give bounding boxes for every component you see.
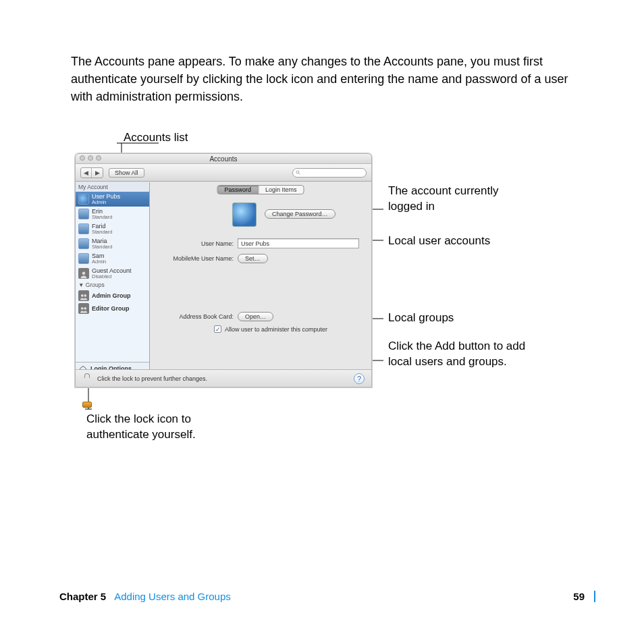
addressbook-open-button[interactable]: Open… <box>238 312 273 321</box>
svg-point-3 <box>81 294 84 296</box>
lock-bar: Click the lock to prevent further change… <box>76 369 371 387</box>
search-input[interactable] <box>292 168 367 178</box>
username-label: User Name: <box>165 240 238 247</box>
change-password-button[interactable]: Change Password… <box>265 209 336 219</box>
lock-text: Click the lock to prevent further change… <box>97 375 207 382</box>
tab-password[interactable]: Password <box>217 186 259 194</box>
intro-paragraph: The Accounts pane appears. To make any c… <box>71 53 584 105</box>
window-titlebar: Accounts <box>76 154 371 164</box>
sidebar-current-user[interactable]: User Pubs Admin <box>76 192 149 207</box>
callout-add-button: Click the Add button to add local users … <box>388 339 543 370</box>
callout-local-users: Local user accounts <box>388 234 490 249</box>
mobileme-set-button[interactable]: Set… <box>238 254 268 263</box>
show-all-button[interactable]: Show All <box>109 168 144 178</box>
accounts-sidebar: My Account User Pubs Admin ErinStandard … <box>76 182 150 387</box>
callout-accounts-list: Accounts list <box>124 130 188 146</box>
username-field[interactable]: User Pubs <box>238 238 359 248</box>
addressbook-label: Address Book Card: <box>165 313 238 320</box>
user-role: Standard <box>92 244 112 250</box>
group-name: Admin Group <box>92 292 131 299</box>
user-role: Standard <box>92 215 112 220</box>
help-button[interactable]: ? <box>354 373 365 384</box>
my-account-label: My Account <box>76 182 149 192</box>
accounts-window: Accounts ◀ ▶ Show All My Account User Pu… <box>75 153 372 387</box>
avatar-icon <box>78 209 89 219</box>
svg-point-5 <box>81 306 84 309</box>
svg-point-0 <box>296 171 299 173</box>
mobileme-label: MobileMe User Name: <box>165 255 238 262</box>
search-icon <box>296 170 301 176</box>
admin-checkbox[interactable] <box>214 325 221 333</box>
user-role: Standard <box>92 230 112 235</box>
svg-point-2 <box>82 272 86 275</box>
sidebar-guest[interactable]: Guest AccountDisabled <box>76 266 149 281</box>
account-detail-panel: Password Login Items Change Password… Us… <box>150 182 371 387</box>
sidebar-group[interactable]: Editor Group <box>76 302 149 315</box>
callout-lock: Click the lock icon to authenticate your… <box>86 412 221 443</box>
avatar-icon <box>78 223 89 234</box>
lock-icon[interactable] <box>82 373 92 383</box>
avatar-icon <box>78 194 89 205</box>
avatar-icon <box>78 238 89 249</box>
silhouette-icon <box>78 268 89 279</box>
chapter-label: Chapter 5 <box>59 591 106 602</box>
tab-login-items[interactable]: Login Items <box>259 186 304 194</box>
groups-label: Groups <box>86 281 105 288</box>
user-picture[interactable] <box>232 203 257 227</box>
window-toolbar: ◀ ▶ Show All <box>76 164 371 182</box>
page-footer: Chapter 5 Adding Users and Groups 59 <box>59 591 595 602</box>
sidebar-user[interactable]: SamAdmin <box>76 251 149 266</box>
admin-checkbox-label: Allow user to administer this computer <box>225 326 327 333</box>
current-user-role: Admin <box>92 200 120 205</box>
traffic-lights[interactable] <box>80 155 101 161</box>
back-forward-buttons[interactable]: ◀ ▶ <box>80 167 103 178</box>
svg-line-1 <box>299 173 300 174</box>
groups-disclosure[interactable]: ▼ Groups <box>76 281 149 289</box>
avatar-icon <box>78 253 89 264</box>
tab-segment[interactable]: Password Login Items <box>217 185 304 194</box>
window-title: Accounts <box>76 154 371 164</box>
back-icon[interactable]: ◀ <box>81 168 92 178</box>
callout-logged-in: The account currently logged in <box>388 184 516 215</box>
sidebar-group[interactable]: Admin Group <box>76 289 149 302</box>
group-icon <box>78 303 89 314</box>
forward-icon[interactable]: ▶ <box>92 168 103 178</box>
group-name: Editor Group <box>92 305 130 312</box>
sidebar-user[interactable]: MariaStandard <box>76 236 149 251</box>
guest-role: Disabled <box>92 274 132 279</box>
sidebar-user[interactable]: ErinStandard <box>76 207 149 221</box>
group-icon <box>78 290 89 301</box>
svg-point-6 <box>84 306 86 309</box>
sidebar-user[interactable]: FaridStandard <box>76 221 149 236</box>
callout-local-groups: Local groups <box>388 311 454 326</box>
user-role: Admin <box>92 259 106 265</box>
page-number: 59 <box>564 591 585 602</box>
svg-point-4 <box>84 294 86 296</box>
chapter-title: Adding Users and Groups <box>114 591 231 602</box>
